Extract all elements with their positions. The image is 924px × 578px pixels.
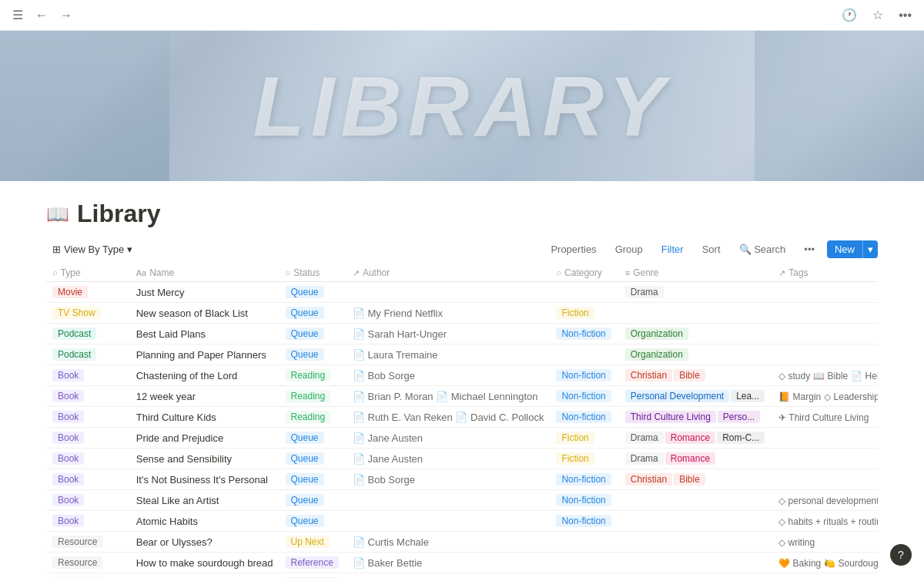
cell-type: Book — [46, 490, 130, 511]
cell-name[interactable]: Planning and Paper Planners — [130, 344, 280, 365]
menu-icon[interactable]: ☰ — [9, 5, 26, 25]
new-button[interactable]: New ▾ — [827, 240, 878, 258]
top-bar: ☰ ← → 🕐 ☆ ••• — [0, 0, 924, 31]
cell-name[interactable]: Sense and Sensibility — [130, 449, 280, 469]
col-author[interactable]: ↗Author — [346, 264, 551, 282]
cell-status: Reading — [280, 365, 346, 386]
cell-author: 📄 Mike Schmitz — [346, 573, 551, 579]
more-options-button[interactable]: ••• — [798, 240, 821, 258]
cell-genre: Organization — [619, 324, 772, 344]
cell-status: Queue — [280, 469, 346, 490]
cell-type: Book — [46, 469, 130, 490]
nav-controls: ☰ ← → — [9, 5, 75, 25]
cell-category — [550, 532, 618, 553]
star-icon[interactable]: ☆ — [869, 5, 886, 25]
cell-genre: Personal DevelopmentLea... — [619, 386, 772, 407]
new-button-label[interactable]: New — [827, 240, 862, 258]
help-button[interactable]: ? — [890, 544, 912, 566]
cell-type: Movie — [46, 282, 130, 303]
cell-name[interactable]: Just Mercy — [130, 282, 280, 303]
table-row[interactable]: BookIt's Not Business It's PersonalQueue… — [46, 469, 878, 490]
toolbar-left: ⊞ View By Type ▾ — [46, 240, 139, 258]
col-category[interactable]: ○Category — [550, 264, 618, 282]
group-button[interactable]: Group — [609, 240, 649, 258]
cell-name[interactable]: Intro To PKM — [130, 573, 280, 579]
table-row[interactable]: PodcastPlanning and Paper PlannersQueue📄… — [46, 344, 878, 365]
cell-type: Book — [46, 386, 130, 407]
col-name[interactable]: AaName — [130, 264, 280, 282]
clock-icon[interactable]: 🕐 — [839, 5, 860, 25]
cell-name[interactable]: Pride and Prejudice — [130, 428, 280, 449]
table-row[interactable]: BookThird Culture KidsReading📄 Ruth E. V… — [46, 407, 878, 428]
forward-icon[interactable]: → — [57, 5, 75, 25]
cell-author — [346, 490, 551, 511]
cell-type: Book — [46, 407, 130, 428]
cell-name[interactable]: Best Laid Plans — [130, 324, 280, 344]
table-icon: ⊞ — [52, 244, 61, 255]
cell-name[interactable]: 12 week year — [130, 386, 280, 407]
cell-status: Queue — [280, 449, 346, 469]
cell-name[interactable]: New season of Black List — [130, 303, 280, 324]
table-row[interactable]: BookSense and SensibilityQueue📄 Jane Aus… — [46, 449, 878, 469]
toolbar-right: Properties Group Filter Sort 🔍 Search ••… — [544, 240, 878, 258]
cell-type: Book — [46, 449, 130, 469]
cell-tags: 🧡 Baking🍋 Sourdough — [772, 553, 878, 573]
cell-status: Queue — [280, 344, 346, 365]
table-row[interactable]: BookAtomic HabitsQueueNon-fiction◇ habit… — [46, 511, 878, 532]
cell-name[interactable]: Atomic Habits — [130, 511, 280, 532]
cell-tags: ◇ personal development♾ Creativity — [772, 490, 878, 511]
table-row[interactable]: TV ShowNew season of Black ListQueue📄 My… — [46, 303, 878, 324]
col-status[interactable]: ○Status — [280, 264, 346, 282]
search-button[interactable]: 🔍 Search — [733, 240, 792, 258]
table-row[interactable]: ResourceBear or Ulysses?Up Next📄 Curtis … — [46, 532, 878, 553]
cell-category — [550, 573, 618, 579]
cell-category: Non-fiction — [550, 511, 618, 532]
col-tags[interactable]: ↗Tags — [772, 264, 878, 282]
top-bar-right: 🕐 ☆ ••• — [829, 5, 915, 25]
cell-type: Podcast — [46, 344, 130, 365]
cell-name[interactable]: Third Culture Kids — [130, 407, 280, 428]
cell-author: 📄 Brian P. Moran 📄 Michael Lennington — [346, 386, 551, 407]
cell-genre: ChristianBible — [619, 469, 772, 490]
cell-status: Reference — [280, 573, 346, 579]
cell-name[interactable]: Bear or Ulysses? — [130, 532, 280, 553]
cell-type: Book — [46, 428, 130, 449]
table-row[interactable]: PodcastBest Laid PlansQueue📄 Sarah Hart-… — [46, 324, 878, 344]
table-row[interactable]: BookChastening of the LordReading📄 Bob S… — [46, 365, 878, 386]
cell-genre: Drama — [619, 282, 772, 303]
cell-name[interactable]: Steal Like an Artist — [130, 490, 280, 511]
cell-name[interactable]: How to make sourdough bread — [130, 553, 280, 573]
table-row[interactable]: MovieJust MercyQueueDrama — [46, 282, 878, 303]
cell-genre: DramaRomance — [619, 449, 772, 469]
more-options-icon[interactable]: ••• — [896, 5, 915, 25]
page-title: Library — [77, 200, 160, 228]
cell-type: TV Show — [46, 303, 130, 324]
cell-author: 📄 Sarah Hart-Unger — [346, 324, 551, 344]
table-row[interactable]: ResourceIntro To PKMReference📄 Mike Schm… — [46, 573, 878, 579]
table-row[interactable]: Book12 week yearReading📄 Brian P. Moran … — [46, 386, 878, 407]
new-button-arrow[interactable]: ▾ — [862, 240, 878, 258]
cell-author: 📄 Laura Tremaine — [346, 344, 551, 365]
cell-author: 📄 Curtis Mchale — [346, 532, 551, 553]
table-row[interactable]: ResourceHow to make sourdough breadRefer… — [46, 553, 878, 573]
view-by-type-button[interactable]: ⊞ View By Type ▾ — [46, 240, 139, 258]
cell-status: Queue — [280, 511, 346, 532]
cell-author: 📄 Baker Bettie — [346, 553, 551, 573]
cell-status: Up Next — [280, 532, 346, 553]
col-genre[interactable]: ≡Genre — [619, 264, 772, 282]
filter-button[interactable]: Filter — [655, 240, 690, 258]
cell-status: Queue — [280, 303, 346, 324]
col-type[interactable]: ○Type — [46, 264, 130, 282]
table-row[interactable]: BookSteal Like an ArtistQueueNon-fiction… — [46, 490, 878, 511]
cell-tags: ✈ Third Culture Living — [772, 407, 878, 428]
cell-name[interactable]: Chastening of the Lord — [130, 365, 280, 386]
hero-banner: LIBRARY — [0, 31, 924, 181]
cell-category: Non-fiction — [550, 365, 618, 386]
cell-name[interactable]: It's Not Business It's Personal — [130, 469, 280, 490]
sort-button[interactable]: Sort — [696, 240, 727, 258]
cell-author: 📄 Bob Sorge — [346, 365, 551, 386]
hero-overlay — [0, 31, 924, 181]
table-row[interactable]: BookPride and PrejudiceQueue📄 Jane Auste… — [46, 428, 878, 449]
back-icon[interactable]: ← — [32, 5, 51, 25]
properties-button[interactable]: Properties — [544, 240, 602, 258]
